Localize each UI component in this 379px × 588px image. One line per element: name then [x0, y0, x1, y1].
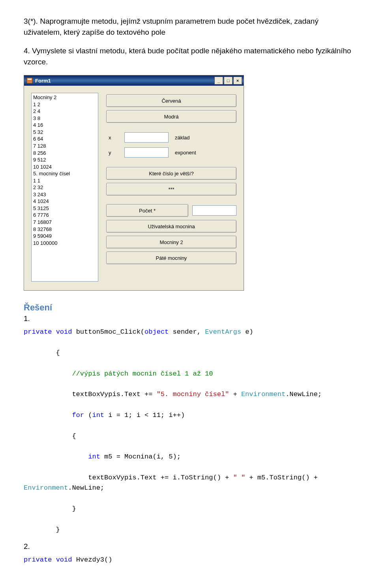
close-button[interactable]: ×	[233, 77, 242, 85]
svg-rect-1	[28, 79, 32, 80]
maximize-button[interactable]: □	[224, 77, 233, 85]
label-y: y	[106, 150, 120, 156]
intro-para-1: 3(*). Naprogramujte metodu, jejímž vstup…	[24, 16, 355, 38]
input-y[interactable]	[124, 147, 169, 158]
app-icon	[26, 77, 33, 84]
output-listbox[interactable]: Mocniny 2 1 2 2 4 3 8 4 16 5 32 6 64 7 1…	[31, 93, 98, 282]
intro-para-2: 4. Vymyslete si vlastní metodu, která bu…	[24, 45, 355, 67]
code-block-1: private void button5moc_Click(object sen…	[24, 327, 355, 535]
pocet-button[interactable]: Počet *	[106, 204, 188, 217]
vetsi-button[interactable]: Které číslo je větší?	[106, 167, 236, 180]
input-pocet[interactable]	[192, 205, 236, 216]
pate-button[interactable]: Páté mocniny	[106, 252, 236, 264]
user-pow-button[interactable]: Uživatelská mocnina	[106, 220, 236, 233]
solution-item-1: 1.	[24, 314, 355, 323]
label-x: x	[106, 135, 120, 141]
label-zaklad: základ	[173, 135, 236, 141]
solution-heading: Řešení	[24, 302, 355, 313]
moc2-button[interactable]: Mocniny 2	[106, 236, 236, 248]
modra-button[interactable]: Modrá	[106, 110, 236, 123]
minimize-button[interactable]: _	[214, 77, 223, 85]
solution-item-2: 2.	[24, 542, 355, 551]
input-x[interactable]	[124, 132, 169, 143]
window-title: Form1	[35, 78, 214, 84]
form1-window: Form1 _ □ × Mocniny 2 1 2 2 4 3 8 4 16 5…	[24, 75, 244, 291]
stars-button[interactable]: ***	[106, 183, 236, 195]
titlebar: Form1 _ □ ×	[24, 75, 244, 86]
cervena-button[interactable]: Červená	[106, 94, 236, 107]
label-exponent: exponent	[173, 150, 236, 156]
code-block-2: private void Hvezdy3()	[24, 555, 355, 565]
